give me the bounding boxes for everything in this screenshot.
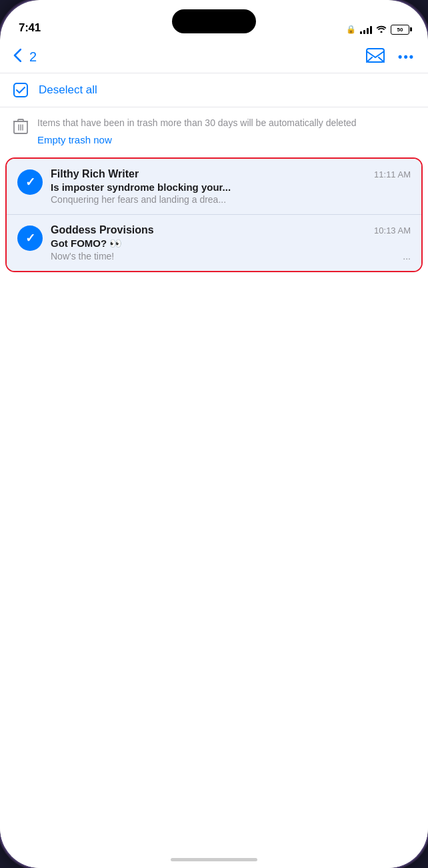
home-indicator bbox=[171, 858, 257, 861]
more-icon[interactable]: ••• bbox=[398, 50, 415, 64]
main-content: 2 ••• bbox=[0, 40, 428, 868]
email-item-2[interactable]: ✓ Goddess Provisions 10:13 AM Got FOMO? … bbox=[7, 215, 421, 271]
trash-text-wrap: Items that have been in trash more than … bbox=[37, 117, 415, 145]
lock-icon: 🔒 bbox=[346, 25, 356, 34]
nav-count: 2 bbox=[29, 49, 37, 65]
trash-info-text: Items that have been in trash more than … bbox=[37, 117, 415, 130]
email-avatar-1: ✓ bbox=[17, 169, 43, 195]
email-avatar-2: ✓ bbox=[17, 226, 43, 251]
deselect-row: Deselect all bbox=[0, 73, 428, 107]
email-preview-2: Now's the time! ... bbox=[51, 251, 411, 262]
email-sender-1: Filthy Rich Writer bbox=[51, 168, 139, 180]
nav-left: 2 bbox=[13, 49, 37, 66]
email-body-2: Goddess Provisions 10:13 AM Got FOMO? 👀 … bbox=[51, 224, 411, 262]
email-body-1: Filthy Rich Writer 11:11 AM Is imposter … bbox=[51, 168, 411, 205]
trash-icon bbox=[13, 118, 28, 138]
select-all-checkbox[interactable] bbox=[13, 83, 28, 97]
deselect-all-button[interactable]: Deselect all bbox=[39, 83, 97, 97]
mail-icon[interactable] bbox=[366, 48, 385, 66]
nav-right: ••• bbox=[366, 48, 415, 66]
email-header-2: Goddess Provisions 10:13 AM bbox=[51, 224, 411, 236]
email-list-container: ✓ Filthy Rich Writer 11:11 AM Is imposte… bbox=[5, 157, 423, 272]
email-more-2: ... bbox=[403, 251, 411, 262]
email-sender-2: Goddess Provisions bbox=[51, 224, 154, 236]
email-preview-text-2: Now's the time! bbox=[51, 251, 114, 262]
signal-bar-1 bbox=[360, 31, 362, 34]
phone-screen: 7:41 🔒 bbox=[0, 0, 428, 868]
status-icons: 🔒 50 bbox=[346, 24, 409, 35]
signal-bar-4 bbox=[370, 26, 372, 34]
email-subject-2: Got FOMO? 👀 bbox=[51, 238, 411, 250]
check-icon-1: ✓ bbox=[25, 175, 35, 189]
email-time-2: 10:13 AM bbox=[374, 226, 411, 236]
signal-bar-3 bbox=[367, 28, 369, 34]
status-time: 7:41 bbox=[19, 21, 41, 35]
email-item-1[interactable]: ✓ Filthy Rich Writer 11:11 AM Is imposte… bbox=[7, 159, 421, 215]
nav-bar: 2 ••• bbox=[0, 40, 428, 73]
dynamic-island bbox=[172, 9, 256, 33]
email-time-1: 11:11 AM bbox=[374, 169, 411, 179]
email-preview-text-1: Conquering her fears and landing a drea.… bbox=[51, 194, 226, 205]
back-button[interactable] bbox=[13, 49, 21, 66]
wifi-icon bbox=[376, 24, 387, 35]
email-preview-1: Conquering her fears and landing a drea.… bbox=[51, 194, 411, 205]
check-icon-2: ✓ bbox=[25, 231, 35, 246]
email-subject-1: Is imposter syndrome blocking your... bbox=[51, 181, 411, 193]
empty-trash-button[interactable]: Empty trash now bbox=[37, 134, 415, 145]
trash-info-row: Items that have been in trash more than … bbox=[0, 107, 428, 151]
signal-bar-2 bbox=[363, 30, 365, 34]
phone-frame: 7:41 🔒 bbox=[0, 0, 428, 868]
battery-icon: 50 bbox=[391, 25, 409, 35]
email-header-1: Filthy Rich Writer 11:11 AM bbox=[51, 168, 411, 180]
signal-bars bbox=[360, 25, 372, 34]
